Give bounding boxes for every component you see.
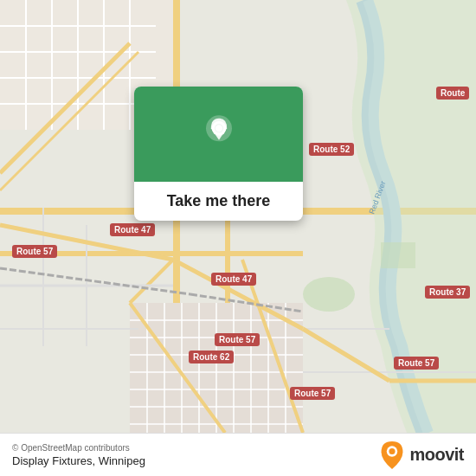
route-badge-route47-center: Route 47	[211, 273, 256, 286]
route-badge-route57-center: Route 57	[215, 333, 260, 346]
svg-rect-48	[381, 242, 415, 268]
take-me-there-button[interactable]: Take me there	[134, 182, 303, 221]
popup-arrow	[209, 220, 229, 221]
route-badge-route62: Route 62	[189, 351, 234, 363]
route-badge-route52: Route 52	[309, 143, 354, 156]
moovit-logo: moovit	[380, 441, 464, 469]
svg-point-55	[215, 125, 222, 132]
copyright-text: © OpenStreetMap contributors	[12, 443, 145, 453]
moovit-wordmark: moovit	[409, 445, 464, 465]
route-badge-route37: Route 37	[425, 286, 470, 299]
route-badge-route57-left: Route 57	[12, 245, 57, 258]
svg-point-47	[303, 277, 355, 312]
location-text: Display Fixtures, Winnipeg	[12, 454, 145, 467]
location-pin-icon	[197, 113, 241, 156]
map-container: Red River Route 57 Route 47 Route 47 Rou…	[0, 0, 476, 433]
route-badge-route57-bottom: Route 57	[290, 387, 335, 400]
bottom-left: © OpenStreetMap contributors Display Fix…	[12, 443, 145, 467]
route-badge-route47-left: Route 47	[110, 223, 155, 236]
bottom-bar: © OpenStreetMap contributors Display Fix…	[0, 433, 476, 476]
svg-point-57	[389, 448, 396, 454]
moovit-pin-icon	[380, 441, 404, 469]
popup-green-header	[134, 87, 303, 182]
route-badge-top-right: Route	[436, 87, 469, 100]
route-badge-route57-right: Route 57	[394, 357, 439, 370]
popup-card: Take me there	[134, 87, 303, 221]
